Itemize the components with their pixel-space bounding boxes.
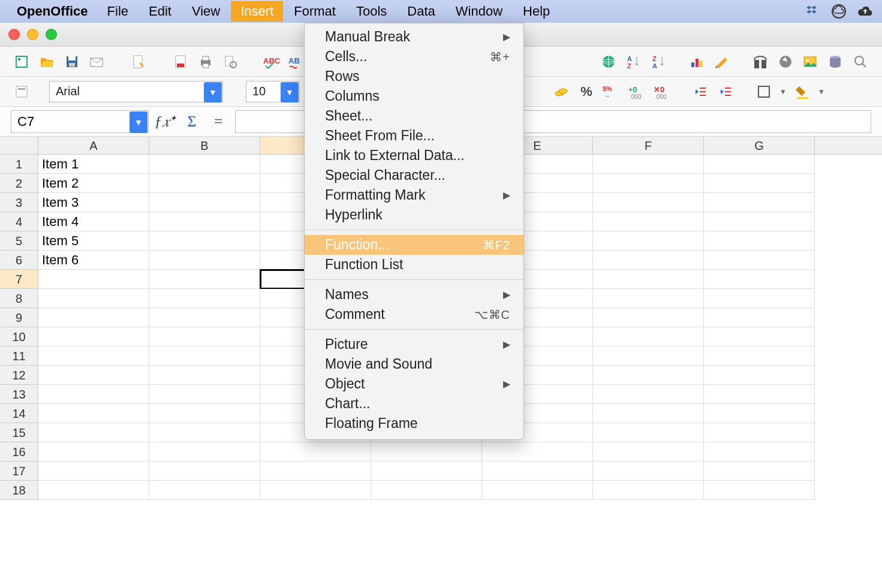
minimize-window-button[interactable] bbox=[27, 29, 38, 40]
cell-B15[interactable] bbox=[149, 423, 260, 442]
email-icon[interactable] bbox=[87, 52, 106, 71]
col-header-G[interactable]: G bbox=[704, 137, 815, 154]
menu-item-columns[interactable]: Columns bbox=[305, 86, 523, 106]
row-header-14[interactable]: 14 bbox=[0, 404, 38, 423]
cell-F11[interactable] bbox=[593, 346, 704, 366]
print-preview-icon[interactable] bbox=[221, 52, 240, 71]
menu-item-names[interactable]: Names▶ bbox=[305, 285, 523, 304]
menu-item-object[interactable]: Object▶ bbox=[305, 374, 523, 394]
styles-icon[interactable] bbox=[12, 82, 31, 101]
chevron-down-icon[interactable]: ▼ bbox=[204, 82, 222, 102]
row-header-9[interactable]: 9 bbox=[0, 308, 38, 327]
cell-E16[interactable] bbox=[482, 442, 593, 462]
cell-A6[interactable]: Item 6 bbox=[38, 251, 149, 270]
row-header-2[interactable]: 2 bbox=[0, 174, 38, 193]
menu-item-movie-and-sound[interactable]: Movie and Sound bbox=[305, 354, 523, 374]
row-header-1[interactable]: 1 bbox=[0, 155, 38, 174]
creative-cloud-icon[interactable] bbox=[830, 3, 847, 20]
name-box[interactable]: C7 ▼ bbox=[11, 110, 149, 133]
menu-item-function[interactable]: Function...⌘F2 bbox=[305, 235, 523, 255]
new-doc-icon[interactable] bbox=[12, 52, 31, 71]
function-wizard-icon[interactable]: ƒ𝑥✦ bbox=[156, 112, 175, 131]
menu-file[interactable]: File bbox=[98, 1, 138, 22]
menu-format[interactable]: Format bbox=[284, 1, 345, 22]
cell-F14[interactable] bbox=[593, 404, 704, 423]
menu-item-special-character[interactable]: Special Character... bbox=[305, 165, 523, 185]
sort-desc-icon[interactable]: ZA bbox=[649, 52, 669, 71]
cell-G1[interactable] bbox=[704, 155, 815, 174]
chart-icon[interactable] bbox=[687, 52, 706, 71]
menu-item-sheet[interactable]: Sheet... bbox=[305, 106, 523, 126]
font-size-combo[interactable]: 10 ▼ bbox=[246, 81, 300, 102]
decrease-indent-icon[interactable] bbox=[691, 82, 710, 101]
borders-icon[interactable] bbox=[754, 82, 773, 101]
cell-D18[interactable] bbox=[371, 481, 482, 500]
cell-G5[interactable] bbox=[704, 231, 815, 251]
menu-item-floating-frame[interactable]: Floating Frame bbox=[305, 414, 523, 433]
chevron-down-icon[interactable]: ▼ bbox=[281, 82, 299, 102]
cell-C16[interactable] bbox=[260, 442, 371, 462]
select-all-corner[interactable] bbox=[0, 137, 38, 154]
spellcheck-icon[interactable]: ABC bbox=[263, 52, 282, 71]
cell-B2[interactable] bbox=[149, 174, 260, 193]
add-decimal-icon[interactable]: +0.000 bbox=[627, 82, 646, 101]
row-header-18[interactable]: 18 bbox=[0, 481, 38, 500]
cell-G6[interactable] bbox=[704, 251, 815, 270]
cell-F16[interactable] bbox=[593, 442, 704, 462]
cloud-upload-icon[interactable] bbox=[857, 3, 874, 20]
zoom-window-button[interactable] bbox=[46, 29, 57, 40]
row-header-16[interactable]: 16 bbox=[0, 442, 38, 462]
dropbox-icon[interactable] bbox=[804, 3, 821, 20]
cell-A4[interactable]: Item 4 bbox=[38, 212, 149, 231]
menu-item-comment[interactable]: Comment⌥⌘C bbox=[305, 304, 523, 324]
menu-help[interactable]: Help bbox=[513, 1, 559, 22]
cell-G16[interactable] bbox=[704, 442, 815, 462]
cell-A2[interactable]: Item 2 bbox=[38, 174, 149, 193]
row-header-4[interactable]: 4 bbox=[0, 212, 38, 231]
cell-A15[interactable] bbox=[38, 423, 149, 442]
cell-D17[interactable] bbox=[371, 462, 482, 481]
datasources-icon[interactable] bbox=[826, 52, 845, 71]
cell-A10[interactable] bbox=[38, 327, 149, 346]
chevron-down-icon[interactable]: ▼ bbox=[130, 111, 147, 133]
col-header-A[interactable]: A bbox=[38, 137, 149, 154]
edit-doc-icon[interactable] bbox=[129, 52, 148, 71]
cell-A16[interactable] bbox=[38, 442, 149, 462]
cell-G3[interactable] bbox=[704, 193, 815, 212]
cell-A18[interactable] bbox=[38, 481, 149, 500]
cell-F9[interactable] bbox=[593, 308, 704, 327]
cell-G4[interactable] bbox=[704, 212, 815, 231]
show-draw-icon[interactable] bbox=[712, 52, 732, 71]
percent-icon[interactable]: % bbox=[577, 82, 596, 101]
menu-insert[interactable]: Insert bbox=[231, 1, 283, 22]
cell-C18[interactable] bbox=[260, 481, 371, 500]
menu-item-formatting-mark[interactable]: Formatting Mark▶ bbox=[305, 185, 523, 205]
cell-G9[interactable] bbox=[704, 308, 815, 327]
cell-F13[interactable] bbox=[593, 385, 704, 404]
open-icon[interactable] bbox=[37, 52, 56, 71]
font-name-combo[interactable]: Arial ▼ bbox=[49, 81, 223, 102]
close-window-button[interactable] bbox=[8, 29, 20, 40]
row-header-3[interactable]: 3 bbox=[0, 193, 38, 212]
remove-decimal-icon[interactable]: ✕0.000 bbox=[652, 82, 672, 101]
cell-F7[interactable] bbox=[593, 270, 704, 289]
menu-data[interactable]: Data bbox=[398, 1, 444, 22]
cell-B5[interactable] bbox=[149, 231, 260, 251]
cell-G7[interactable] bbox=[704, 270, 815, 289]
fill-color-icon[interactable] bbox=[793, 82, 812, 101]
row-header-17[interactable]: 17 bbox=[0, 462, 38, 481]
cell-F3[interactable] bbox=[593, 193, 704, 212]
navigator-icon[interactable] bbox=[776, 52, 795, 71]
zoom-icon[interactable] bbox=[851, 52, 870, 71]
menu-item-function-list[interactable]: Function List bbox=[305, 255, 523, 275]
cell-B11[interactable] bbox=[149, 346, 260, 366]
cell-B9[interactable] bbox=[149, 308, 260, 327]
cell-B4[interactable] bbox=[149, 212, 260, 231]
cell-C17[interactable] bbox=[260, 462, 371, 481]
cell-A7[interactable] bbox=[38, 270, 149, 289]
cell-B18[interactable] bbox=[149, 481, 260, 500]
col-header-F[interactable]: F bbox=[593, 137, 704, 154]
cell-B10[interactable] bbox=[149, 327, 260, 346]
cell-G13[interactable] bbox=[704, 385, 815, 404]
menu-item-manual-break[interactable]: Manual Break▶ bbox=[305, 27, 523, 47]
